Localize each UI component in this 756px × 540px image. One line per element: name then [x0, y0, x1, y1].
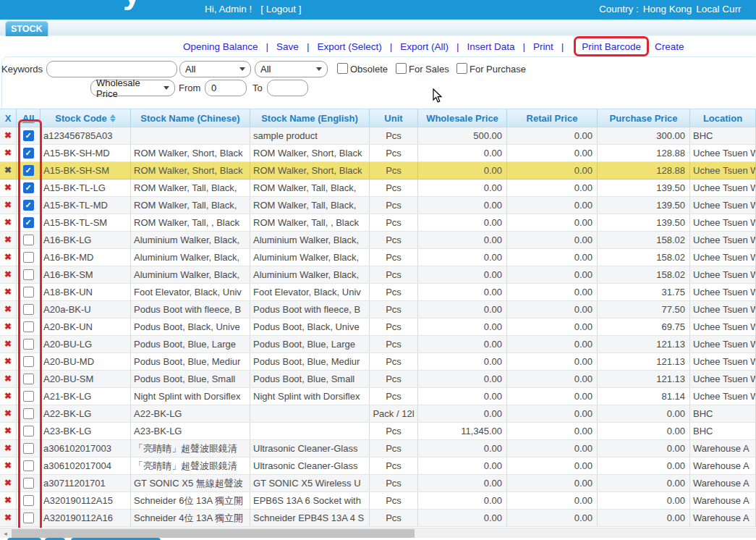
toolbar-link-export-all-[interactable]: Export (All)	[400, 41, 449, 52]
delete-row-button[interactable]: ✖	[0, 284, 17, 301]
obsolete-checkbox[interactable]	[337, 63, 348, 74]
cell-stock-code: A23-BK-LG	[41, 423, 131, 440]
delete-row-button[interactable]: ✖	[0, 510, 17, 527]
cell-retail-price: 0.00	[507, 423, 598, 440]
price-field-select[interactable]: Wholesale Price	[90, 80, 175, 96]
cell-location: Uchee Tsuen W	[690, 336, 756, 353]
row-checkbox[interactable]	[23, 512, 34, 523]
toolbar-link-print-barcode[interactable]: Print Barcode	[582, 41, 641, 52]
toolbar-link-export-select-[interactable]: Export (Select)	[317, 41, 381, 52]
row-checkbox[interactable]	[23, 287, 34, 298]
row-checkbox[interactable]: ✓	[23, 200, 34, 211]
row-checkbox[interactable]: ✓	[23, 182, 34, 193]
row-checkbox[interactable]	[23, 269, 34, 280]
delete-row-button[interactable]: ✖	[0, 457, 17, 475]
horizontal-scrollbar[interactable]: ◂	[0, 528, 756, 538]
delete-row-button[interactable]: ✖	[0, 301, 17, 318]
delete-row-button[interactable]: ✖	[0, 180, 17, 197]
delete-row-button[interactable]: ✖	[0, 353, 17, 371]
row-checkbox[interactable]	[23, 495, 34, 506]
delete-row-button[interactable]: ✖	[0, 336, 17, 353]
cell-unit: Pcs	[370, 232, 418, 249]
toolbar-link-opening-balance[interactable]: Opening Balance	[183, 41, 258, 52]
delete-row-button[interactable]: ✖	[0, 232, 17, 249]
row-checkbox[interactable]	[23, 252, 34, 263]
row-checkbox[interactable]	[23, 443, 34, 454]
row-checkbox[interactable]	[23, 339, 34, 350]
row-checkbox-cell	[17, 284, 41, 301]
table-row: ✖A20-BU-SMPodus Boot, Blue, SmallPodus B…	[0, 371, 756, 388]
row-checkbox[interactable]	[23, 321, 34, 332]
cell-wholesale-price: 0.00	[418, 405, 507, 423]
delete-row-button[interactable]: ✖	[0, 214, 17, 232]
price-from-input[interactable]	[205, 80, 247, 96]
row-checkbox[interactable]	[23, 374, 34, 384]
row-checkbox[interactable]: ✓	[23, 148, 34, 159]
for-sales-checkbox[interactable]	[396, 63, 407, 74]
toolbar-link-save[interactable]: Save	[276, 41, 299, 52]
delete-row-button[interactable]: ✖	[0, 405, 17, 423]
delete-row-button[interactable]: ✖	[0, 371, 17, 388]
delete-row-button[interactable]: ✖	[0, 197, 17, 214]
cell-location: Uchee Tsuen W	[690, 318, 756, 336]
scrollbar-thumb[interactable]	[12, 529, 415, 538]
category-select-1[interactable]: All	[179, 61, 251, 77]
cell-location: Warehouse A	[690, 510, 756, 527]
row-checkbox[interactable]	[23, 426, 34, 436]
delete-row-button[interactable]: ✖	[0, 266, 17, 284]
cell-stock-code: A320190112A15	[41, 492, 131, 510]
delete-row-button[interactable]: ✖	[0, 423, 17, 440]
toolbar-separator: |	[561, 41, 564, 52]
row-checkbox[interactable]	[23, 356, 34, 367]
row-checkbox[interactable]	[23, 235, 34, 245]
column-header-stock-code[interactable]: Stock Code	[41, 109, 131, 127]
scroll-left-arrow-icon[interactable]: ◂	[0, 528, 11, 538]
cell-unit: Pcs	[370, 371, 418, 388]
delete-row-button[interactable]: ✖	[0, 145, 17, 162]
toolbar-link-insert-data[interactable]: Insert Data	[467, 41, 514, 52]
delete-row-button[interactable]: ✖	[0, 318, 17, 336]
delete-row-button[interactable]: ✖	[0, 492, 17, 510]
delete-row-button[interactable]: ✖	[0, 388, 17, 405]
delete-row-button[interactable]: ✖	[0, 475, 17, 492]
row-checkbox[interactable]	[23, 391, 34, 402]
cell-location: Uchee Tsuen W	[690, 353, 756, 371]
delete-row-button[interactable]: ✖	[0, 162, 17, 180]
row-checkbox[interactable]	[23, 304, 34, 315]
cell-purchase-price: 0.00	[598, 457, 690, 475]
row-checkbox[interactable]	[23, 460, 34, 471]
table-row: ✖A20-BK-UNPodus Boot, Black, UnivePodus …	[0, 318, 756, 336]
cell-stock-name-chinese: Podus Boot, Blue, Large	[131, 336, 250, 353]
select-all-link[interactable]: All	[17, 109, 41, 127]
row-checkbox[interactable]	[23, 408, 34, 419]
cell-stock-code: A18-BK-UN	[41, 284, 131, 301]
toolbar-link-create[interactable]: Create	[655, 41, 684, 52]
row-checkbox[interactable]: ✓	[23, 217, 34, 228]
price-to-input[interactable]	[267, 80, 308, 96]
category-select-2[interactable]: All	[255, 61, 328, 77]
cell-wholesale-price: 0.00	[418, 388, 507, 405]
delete-row-button[interactable]: ✖	[0, 249, 17, 266]
cell-purchase-price: 128.88	[598, 145, 690, 162]
row-checkbox[interactable]	[23, 478, 34, 489]
cell-wholesale-price: 0.00	[418, 371, 507, 388]
for-purchase-checkbox[interactable]	[456, 63, 467, 74]
cell-wholesale-price: 0.00	[418, 214, 507, 232]
cell-stock-code: A15-BK-TL-MD	[41, 197, 131, 214]
toolbar-link-print[interactable]: Print	[533, 41, 553, 52]
delete-row-button[interactable]: ✖	[0, 127, 17, 145]
row-checkbox-cell	[17, 353, 41, 371]
cell-location: Uchee Tsuen W	[690, 145, 756, 162]
keywords-input[interactable]	[46, 61, 177, 77]
row-checkbox[interactable]: ✓	[23, 130, 34, 141]
tab-stock[interactable]: STOCK	[5, 21, 48, 36]
cell-unit: Pcs	[370, 127, 418, 145]
row-checkbox[interactable]: ✓	[23, 165, 34, 176]
cell-stock-name-chinese: ROM Walker, Tall, Black,	[131, 197, 250, 214]
row-checkbox-cell	[17, 405, 41, 423]
cell-location: Uchee Tsuen W	[690, 197, 756, 214]
logout-link[interactable]: [ Logout ]	[260, 4, 301, 14]
cell-unit: Pcs	[370, 266, 418, 284]
cell-wholesale-price: 0.00	[418, 510, 507, 527]
delete-row-button[interactable]: ✖	[0, 440, 17, 457]
